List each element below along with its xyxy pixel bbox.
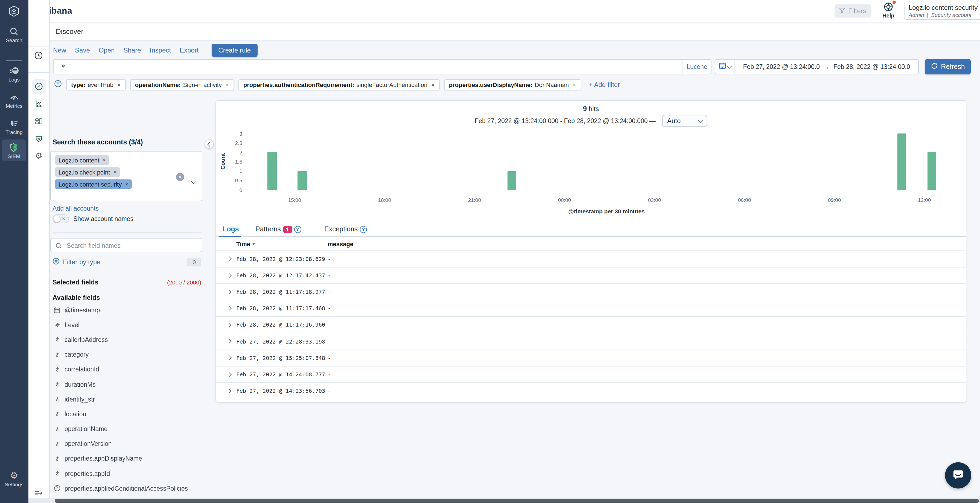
toolbar-link-save[interactable]: Save [75, 46, 90, 54]
field-item-@timestamp[interactable]: @timestamp [50, 302, 209, 317]
histogram-bar[interactable] [508, 171, 517, 190]
chat-widget-button[interactable] [945, 462, 971, 489]
tab-patterns[interactable]: Patterns 1 ? [255, 225, 301, 233]
sidebar-item-tracing[interactable]: Tracing [0, 118, 28, 135]
expand-row-icon[interactable] [228, 307, 231, 310]
collapse-sidebar-button[interactable] [205, 140, 214, 149]
dashboard-icon[interactable] [28, 117, 49, 126]
date-to[interactable]: Feb 28, 2022 @ 13:24:00.0 [834, 64, 910, 70]
column-header-time[interactable]: Time [236, 241, 256, 247]
field-item-properties.appliedConditionalAccessPolicies[interactable]: ? properties.appliedConditionalAccessPol… [50, 481, 209, 496]
accounts-select-box[interactable]: Logz.io content × Logz.io check point × … [50, 151, 202, 201]
interval-select[interactable]: Auto [662, 115, 707, 127]
histogram-bar[interactable] [268, 152, 277, 190]
filter-by-type-link[interactable]: Filter by type [52, 258, 100, 266]
help-menu[interactable]: Help [879, 2, 898, 19]
expand-row-icon[interactable] [228, 373, 231, 376]
help-question-icon[interactable]: ? [360, 226, 367, 233]
remove-account-icon[interactable]: × [125, 181, 128, 187]
toolbar-link-inspect[interactable]: Inspect [150, 46, 171, 54]
account-pill[interactable]: Logz.io content security × [55, 180, 132, 189]
dev-tools-shield-icon[interactable] [28, 135, 49, 143]
expand-row-icon[interactable] [228, 390, 231, 393]
field-item-location[interactable]: t location [50, 407, 209, 422]
expand-row-icon[interactable] [228, 357, 231, 360]
accounts-chevron-down-icon[interactable] [192, 175, 195, 185]
remove-account-icon[interactable]: × [103, 157, 106, 163]
date-from[interactable]: Feb 27, 2022 @ 13:24:00.0 [743, 64, 820, 70]
toggle-switch[interactable]: ✕ [52, 215, 69, 223]
histogram-bar[interactable] [897, 134, 907, 190]
expand-row-icon[interactable] [228, 340, 231, 343]
toolbar-link-open[interactable]: Open [99, 46, 115, 54]
calendar-cell[interactable] [715, 60, 735, 74]
toolbar-link-share[interactable]: Share [123, 46, 141, 54]
sidebar-item-siem[interactable]: SIEM [2, 140, 26, 161]
expand-row-icon[interactable] [228, 274, 231, 277]
toolbar-link-export[interactable]: Export [180, 46, 199, 54]
create-rule-button[interactable]: Create rule [212, 44, 257, 57]
help-question-icon[interactable]: ? [294, 226, 301, 233]
date-range-picker[interactable]: Feb 27, 2022 @ 13:24:00.0 → Feb 28, 2022… [715, 59, 919, 75]
refresh-button[interactable]: Refresh [925, 59, 971, 75]
table-row[interactable]: Feb 27, 2022 @ 14:24:08.777 - [216, 366, 966, 383]
table-row[interactable]: Feb 27, 2022 @ 15:25:07.848 - [216, 350, 966, 366]
filter-pill[interactable]: type: eventHub × [66, 79, 126, 90]
field-item-correlationId[interactable]: t correlationId [50, 362, 209, 377]
remove-filter-icon[interactable]: × [226, 81, 229, 88]
filters-button[interactable]: Filters [834, 5, 871, 18]
clear-accounts-icon[interactable]: ✕ [176, 173, 184, 181]
horizontal-scrollbar[interactable] [28, 498, 980, 503]
toolbar-link-new[interactable]: New [53, 46, 66, 54]
visualize-chart-icon[interactable] [28, 100, 49, 108]
expand-row-icon[interactable] [228, 290, 231, 293]
show-account-names-toggle-row[interactable]: ✕ Show account names [52, 215, 134, 223]
field-item-operationName[interactable]: t operationName [50, 422, 209, 436]
scrollbar-thumb[interactable] [54, 499, 978, 503]
histogram-bar[interactable] [927, 152, 936, 190]
sidebar-item-logs[interactable]: Logs [0, 66, 28, 83]
expand-strip-icon[interactable] [28, 489, 49, 498]
filter-circle-icon[interactable] [54, 80, 62, 90]
field-item-properties.appId[interactable]: t properties.appId [50, 466, 209, 481]
field-item-category[interactable]: t category [50, 347, 209, 362]
table-row[interactable]: Feb 28, 2022 @ 11:17:18.977 - [216, 284, 966, 300]
expand-row-icon[interactable] [228, 323, 231, 326]
tab-logs[interactable]: Logs [223, 225, 239, 233]
account-pill[interactable]: Logz.io check point × [55, 167, 120, 177]
remove-account-icon[interactable]: × [113, 169, 116, 175]
sidebar-item-settings[interactable]: ⚙ Settings [0, 470, 28, 487]
table-row[interactable]: Feb 28, 2022 @ 12:17:42.437 - [216, 267, 966, 283]
table-row[interactable]: Feb 27, 2022 @ 14:23:56.703 - [216, 383, 966, 400]
table-row[interactable]: Feb 28, 2022 @ 11:17:16.960 - [216, 317, 966, 333]
field-item-callerIpAddress[interactable]: t callerIpAddress [50, 332, 209, 347]
table-row[interactable]: Feb 27, 2022 @ 22:28:33.198 - [216, 333, 966, 350]
field-search-input[interactable] [65, 239, 199, 252]
sidebar-item-search[interactable]: Search [0, 26, 28, 43]
table-row[interactable]: Feb 28, 2022 @ 12:23:08.629 - [216, 251, 966, 267]
filter-pill[interactable]: properties.authenticationRequirement: si… [239, 79, 440, 90]
query-input[interactable] [60, 60, 664, 75]
table-row[interactable]: Feb 28, 2022 @ 11:17:17.468 - [216, 300, 966, 317]
history-clock-icon[interactable] [28, 51, 49, 60]
expand-row-icon[interactable] [228, 257, 231, 260]
histogram-bar[interactable] [298, 171, 307, 190]
discover-compass-icon[interactable] [32, 79, 46, 94]
filter-pill[interactable]: properties.userDisplayName: Dor Naaman × [444, 79, 581, 90]
management-gear-icon[interactable]: ⚙ [28, 151, 49, 160]
tab-exceptions[interactable]: Exceptions ? [324, 225, 367, 233]
add-all-accounts-link[interactable]: Add all accounts [52, 205, 99, 212]
remove-filter-icon[interactable]: × [431, 81, 435, 88]
remove-filter-icon[interactable]: × [117, 81, 121, 88]
add-filter-link[interactable]: + Add filter [589, 81, 620, 89]
remove-filter-icon[interactable]: × [573, 81, 576, 88]
field-item-durationMs[interactable]: t durationMs [50, 377, 209, 392]
query-language-switch[interactable]: Lucene [682, 60, 711, 74]
field-item-Level[interactable]: # Level [50, 317, 209, 332]
field-item-operationVersion[interactable]: t operationVersion [50, 436, 209, 451]
sidebar-item-metrics[interactable]: Metrics [0, 92, 28, 109]
field-item-properties.appDisplayName[interactable]: t properties.appDisplayName [50, 451, 209, 466]
field-item-identity_str[interactable]: t identity_str [50, 392, 209, 406]
account-pill[interactable]: Logz.io content × [55, 155, 110, 165]
filter-pill[interactable]: operationName: Sign-in activity × [130, 79, 234, 90]
